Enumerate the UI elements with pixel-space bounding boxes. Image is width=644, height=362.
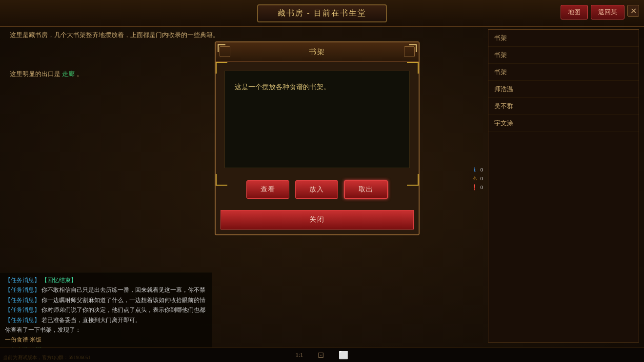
screen-icon[interactable]: ⬜ (339, 350, 348, 360)
put-button[interactable]: 放入 (295, 180, 338, 199)
inner-corner-br (407, 174, 419, 186)
bottom-bar: 1:1 ⊡ ⬜ (0, 347, 644, 362)
inner-corner-bl (216, 174, 227, 186)
close-dialog-button[interactable]: 关闭 (221, 210, 414, 229)
top-bar: 藏书房 - 目前在书生堂 地图 返回某 ✕ (0, 0, 644, 27)
scene-description: 这里是藏书房，几个大书架整齐地摆放着，上面都是门内收录的一些典籍。 (10, 29, 220, 40)
warning-icon: ⚠ (471, 174, 479, 182)
log-entry-4: 【任务消息】 你对师弟们说了你的决定，他们点了点头，表示你到哪他们也都 (5, 305, 207, 315)
dialog-description: 这是一个摆放各种食谱的书架。 (235, 81, 400, 93)
sidebar-item-person-1[interactable]: 师浩温 (488, 81, 639, 98)
version-label: 当前为测试版本，官方QQ群：691906051 (3, 354, 90, 361)
dialog-title: 书架 (216, 42, 419, 62)
notif-info[interactable]: ℹ 0 (471, 166, 483, 173)
log-item-1: 一份食谱·米饭 (5, 335, 207, 344)
scene-area: 这里是藏书房，几个大书架整齐地摆放着，上面都是门内收录的一些典籍。 这里明显的出… (10, 29, 220, 78)
corner-decoration-tr (409, 44, 417, 52)
info-count: 0 (481, 167, 483, 172)
dialog-actions: 查看 放入 取出 (220, 173, 415, 206)
dialog-content-area: 这是一个摆放各种食谱的书架。 (224, 71, 410, 168)
layout-icon[interactable]: ⊡ (318, 350, 324, 360)
notif-error[interactable]: ❗ 0 (471, 183, 483, 191)
location-title: 藏书房 - 目前在书生堂 (257, 4, 386, 22)
zoom-scale: 1:1 (296, 351, 303, 359)
sidebar-item-bookshelf-1[interactable]: 书架 (488, 30, 639, 47)
exit-text: 这里明显的出口是 走廊 。 (10, 70, 220, 78)
notif-warning[interactable]: ⚠ 0 (471, 174, 483, 182)
log-entry-6: 你查看了一下书架，发现了： (5, 325, 207, 335)
corner-decoration-tl (218, 44, 225, 52)
sidebar-item-person-2[interactable]: 吴不群 (488, 98, 639, 115)
warning-count: 0 (481, 175, 483, 181)
error-count: 0 (481, 184, 483, 190)
inner-corner-tl (216, 62, 227, 74)
inner-corner-tr (407, 62, 419, 74)
right-sidebar: 书架 书架 书架 师浩温 吴不群 宇文涂 (488, 29, 639, 343)
sidebar-item-bookshelf-2[interactable]: 书架 (488, 47, 639, 64)
log-entry-3: 【任务消息】 你一边嘱咐师父割麻知道了什么，一边想着该如何收拾眼前的情 (5, 295, 207, 305)
log-entry-1: 【任务消息】 【回忆结束】 (5, 275, 207, 285)
notification-badges: ℹ 0 ⚠ 0 ❗ 0 (471, 166, 483, 191)
log-entry-2: 【任务消息】 你不敢相信自己只是出去历练一番，回来就看见这一幕，你不禁 (5, 285, 207, 295)
back-button[interactable]: 返回某 (591, 5, 624, 19)
map-button[interactable]: 地图 (561, 5, 588, 19)
log-entry-5: 【任务消息】 若已准备妥当，直接到大门离开即可。 (5, 315, 207, 325)
error-icon: ❗ (471, 183, 479, 191)
sidebar-item-person-3[interactable]: 宇文涂 (488, 115, 639, 132)
top-right-buttons: 地图 返回某 ✕ (561, 5, 639, 19)
exit-link[interactable]: 走廊 (62, 70, 75, 77)
take-button[interactable]: 取出 (344, 180, 388, 199)
info-icon: ℹ (471, 166, 479, 173)
bookshelf-dialog: 书架 这是一个摆放各种食谱的书架。 查看 放入 取出 关闭 (215, 41, 420, 235)
sidebar-item-bookshelf-3[interactable]: 书架 (488, 64, 639, 81)
view-button[interactable]: 查看 (246, 180, 289, 199)
close-window-button[interactable]: ✕ (627, 5, 639, 17)
